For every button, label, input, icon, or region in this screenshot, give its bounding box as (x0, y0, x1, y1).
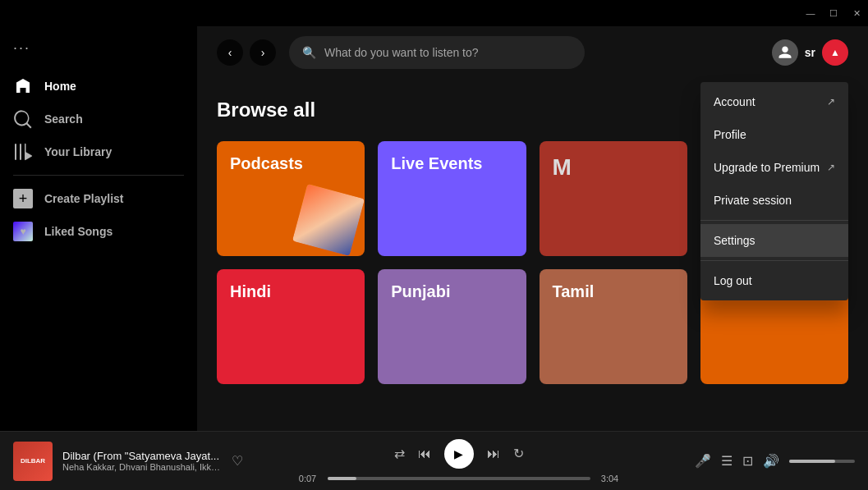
dropdown-private-session[interactable]: Private session (700, 184, 848, 217)
dropdown-logout[interactable]: Log out (700, 264, 848, 297)
lyrics-button[interactable]: 🎤 (695, 453, 711, 469)
player-controls: ⇄ ⏮ ▶ ⏭ ↻ (394, 439, 524, 469)
nav-arrows: ‹ › (217, 39, 276, 66)
close-button[interactable]: ✕ (852, 8, 861, 18)
play-pause-button[interactable]: ▶ (444, 439, 474, 469)
dropdown-upgrade[interactable]: Upgrade to Premium ↗ (700, 151, 848, 184)
card-tamil-label: Tamil (553, 282, 595, 301)
create-playlist-item[interactable]: + Create Playlist (0, 182, 197, 215)
library-icon (13, 142, 33, 162)
home-icon (13, 76, 33, 96)
live-events-card-art (452, 166, 526, 256)
dropdown-account[interactable]: Account ↗ (700, 85, 848, 118)
liked-songs-icon: ♥ (13, 222, 33, 241)
search-nav-icon (13, 109, 33, 129)
like-button[interactable]: ♡ (232, 453, 243, 469)
titlebar: — ☐ ✕ (0, 0, 868, 26)
avatar (772, 39, 798, 66)
thumb-label: DILBAR (21, 457, 45, 465)
search-input[interactable] (324, 46, 572, 59)
card-tamil[interactable]: Tamil (540, 269, 687, 384)
main-layout: ··· Home Search Your (0, 26, 868, 431)
topbar: ‹ › 🔍 sr ▲ Account ↗ (197, 26, 868, 79)
track-artist: Neha Kakkar, Dhvani Bhanushali, Ikka, T.… (62, 462, 222, 472)
repeat-button[interactable]: ↻ (513, 446, 524, 461)
sidebar-item-library[interactable]: Your Library (0, 135, 197, 168)
podcasts-card-art (292, 184, 365, 256)
card-live-events-label: Live Events (391, 154, 482, 173)
dropdown-account-label: Account (714, 95, 755, 108)
maximize-button[interactable]: ☐ (829, 8, 838, 18)
card-music[interactable]: M (540, 141, 687, 256)
card-punjabi-label: Punjabi (391, 282, 450, 301)
dropdown-profile-label: Profile (714, 128, 746, 141)
home-label: Home (44, 80, 76, 93)
user-name-label: sr (805, 46, 815, 59)
shuffle-button[interactable]: ⇄ (394, 446, 405, 461)
library-label: Your Library (44, 145, 112, 158)
progress-fill (328, 477, 356, 480)
dropdown-divider (700, 220, 848, 221)
device-button[interactable]: ⊡ (742, 453, 753, 469)
card-hindi[interactable]: Hindi (217, 269, 365, 384)
sidebar-item-search[interactable]: Search (0, 103, 197, 135)
sidebar: ··· Home Search Your (0, 26, 197, 431)
user-area: sr ▲ Account ↗ Profile Upgrade to Premiu… (772, 39, 848, 66)
back-button[interactable]: ‹ (217, 39, 243, 66)
player-track-info: Dilbar (From "Satyameva Jayat... Neha Ka… (62, 450, 222, 472)
next-button[interactable]: ⏭ (487, 446, 500, 461)
player-thumbnail: DILBAR (13, 442, 53, 481)
search-bar[interactable]: 🔍 (289, 36, 585, 69)
progress-bar-area: 0:07 3:04 (295, 474, 623, 483)
player-bar: DILBAR Dilbar (From "Satyameva Jayat... … (0, 431, 868, 490)
player-left: DILBAR Dilbar (From "Satyameva Jayat... … (13, 442, 243, 481)
search-bar-icon: 🔍 (302, 46, 316, 59)
total-time: 3:04 (597, 474, 623, 483)
dropdown-logout-label: Log out (714, 274, 752, 287)
card-music-label: M (553, 154, 572, 181)
card-punjabi[interactable]: Punjabi (378, 269, 526, 384)
player-center: ⇄ ⏮ ▶ ⏭ ↻ 0:07 3:04 (243, 439, 674, 483)
queue-button[interactable]: ☰ (721, 453, 733, 469)
dropdown-profile[interactable]: Profile (700, 118, 848, 151)
previous-button[interactable]: ⏮ (418, 446, 431, 461)
card-live-events[interactable]: Live Events (378, 141, 526, 256)
create-playlist-label: Create Playlist (44, 192, 124, 205)
minimize-button[interactable]: — (806, 8, 815, 18)
upgrade-external-icon: ↗ (827, 162, 835, 173)
volume-icon: 🔊 (763, 453, 779, 469)
dropdown-divider-2 (700, 260, 848, 261)
sidebar-item-home[interactable]: Home (0, 70, 197, 103)
current-time: 0:07 (295, 474, 321, 483)
window-controls[interactable]: — ☐ ✕ (806, 8, 861, 18)
dropdown-upgrade-label: Upgrade to Premium (714, 161, 820, 174)
sidebar-dots: ··· (0, 33, 197, 70)
user-dropdown-menu: Account ↗ Profile Upgrade to Premium ↗ P… (700, 82, 848, 300)
sidebar-divider (13, 175, 184, 176)
liked-songs-item[interactable]: ♥ Liked Songs (0, 215, 197, 248)
card-podcasts-label: Podcasts (230, 154, 303, 173)
volume-fill (789, 460, 835, 463)
create-playlist-icon: + (13, 189, 33, 208)
user-menu-button[interactable]: ▲ (822, 39, 848, 66)
liked-songs-label: Liked Songs (44, 225, 113, 238)
card-hindi-label: Hindi (230, 282, 271, 301)
content-area: ‹ › 🔍 sr ▲ Account ↗ (197, 26, 868, 431)
volume-bar[interactable] (789, 460, 855, 463)
card-podcasts[interactable]: Podcasts (217, 141, 365, 256)
track-name: Dilbar (From "Satyameva Jayat... (62, 450, 222, 462)
player-right: 🎤 ☰ ⊡ 🔊 (674, 453, 855, 469)
dropdown-settings-label: Settings (714, 234, 755, 247)
dropdown-settings[interactable]: Settings (700, 224, 848, 257)
search-label: Search (44, 112, 83, 126)
progress-track[interactable] (328, 477, 590, 480)
dots-icon: ··· (13, 39, 30, 56)
dropdown-private-label: Private session (714, 194, 792, 207)
forward-button[interactable]: › (250, 39, 276, 66)
external-link-icon: ↗ (827, 96, 835, 108)
